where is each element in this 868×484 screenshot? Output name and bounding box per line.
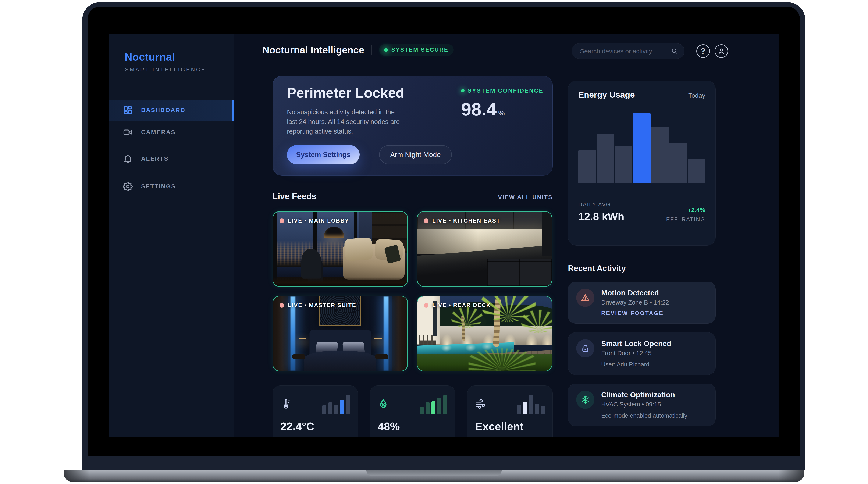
chart-bar [322,405,327,415]
help-button[interactable]: ? [696,44,710,58]
brand-tagline: SMART INTELLIGENCE [125,66,206,73]
sensor-row: 22.4°C AMBIENT TEMP 48% RELATIVE HUM [273,386,553,437]
sidebar-item-cameras[interactable]: CAMERAS [109,122,234,143]
sidebar-item-label: SETTINGS [141,183,176,190]
search-bar[interactable] [572,43,684,59]
sidebar-item-settings[interactable]: SETTINGS [109,176,234,197]
review-footage-link[interactable]: REVIEW FOOTAGE [601,310,669,316]
efficiency-delta: +2.4% [666,207,705,214]
dashboard-grid-icon [123,105,133,115]
chart-bar [523,402,527,415]
chart-bar [420,407,424,415]
chart-bar [633,113,651,183]
profile-button[interactable] [715,44,728,58]
page: Nocturnal SMART INTELLIGENCE DASHBOARD [0,0,868,484]
recent-activity-title: Recent Activity [568,264,716,273]
energy-period-selector[interactable]: Today [688,92,705,99]
live-feeds-title: Live Feeds [273,191,316,201]
chart-bar [596,134,614,183]
sensor-label: AMBIENT TEMP [280,436,350,437]
air-quality-mini-chart [517,395,545,415]
dashboard-app: Nocturnal SMART INTELLIGENCE DASHBOARD [109,34,779,437]
confidence-dot-icon [461,89,465,92]
energy-usage-card: Energy Usage Today DAILY AVG 12.8 kWh +2… [568,81,716,246]
confidence-label: SYSTEM CONFIDENCE [467,87,544,94]
sensor-label: RELATIVE HUMIDITY [378,436,447,437]
warning-triangle-icon [581,293,590,302]
camera-label: LIVE • MASTER SUITE [288,302,356,308]
header-icon-group: ? [696,44,728,58]
view-all-units-link[interactable]: VIEW ALL UNITS [498,194,553,201]
confidence-unit: % [498,109,504,117]
sidebar-item-label: ALERTS [141,155,169,162]
sidebar-item-label: CAMERAS [141,129,176,135]
divider [578,194,705,194]
sensor-value: Excellent [475,420,545,433]
sidebar-item-alerts[interactable]: ALERTS [109,148,234,169]
sidebar-item-dashboard[interactable]: DASHBOARD [109,99,234,121]
arm-night-mode-button[interactable]: Arm Night Mode [379,145,452,164]
chart-bar [535,404,539,415]
system-settings-button[interactable]: System Settings [287,145,360,164]
chart-bar [426,402,430,415]
laptop-lid-notch [366,470,502,476]
wind-icon [475,398,486,410]
bell-icon [123,154,133,163]
sensor-value: 22.4°C [280,420,350,433]
camera-grid: LIVE • MAIN LOBBY LIVE • KITCHEN EAST [273,211,553,371]
energy-usage-chart [578,113,705,183]
temperature-mini-chart [322,395,350,415]
chart-bar [615,146,632,183]
chart-bar [670,143,687,183]
laptop-lid: Nocturnal SMART INTELLIGENCE DASHBOARD [82,2,805,470]
chart-bar [340,400,344,415]
gear-icon [123,182,133,191]
header-controls: ? [572,43,728,59]
activity-item-smart-lock[interactable]: Smart Lock Opened Front Door • 12:45 Use… [568,332,716,375]
header: Nocturnal Intelligence SYSTEM SECURE [262,44,454,56]
video-camera-icon [123,127,133,137]
question-mark-icon: ? [701,47,706,56]
page-title: Nocturnal Intelligence [262,44,364,56]
chart-bar [431,401,435,415]
active-indicator [232,99,234,121]
activity-title: Motion Detected [601,289,669,297]
camera-card-master-suite[interactable]: LIVE • MASTER SUITE [273,296,408,371]
activity-title: Smart Lock Opened [601,339,671,348]
brand-logo: Nocturnal [125,51,175,63]
chart-bar [529,395,533,415]
chart-bar [688,159,705,183]
camera-card-main-lobby[interactable]: LIVE • MAIN LOBBY [273,211,408,287]
thermometer-icon [280,398,291,410]
chart-bar [517,405,521,415]
chart-bar [328,402,332,415]
unlock-icon [581,344,590,353]
activity-note: Eco-mode enabled automatically [601,412,687,419]
activity-list: Motion Detected Driveway Zone B • 14:22 … [568,282,716,426]
search-input[interactable] [580,43,665,59]
laptop-base [64,470,804,482]
camera-label: LIVE • REAR DECK [432,302,491,308]
camera-card-rear-deck[interactable]: LIVE • REAR DECK [417,296,552,371]
sidebar: Nocturnal SMART INTELLIGENCE DASHBOARD [109,34,234,437]
hero-title: Perimeter Locked [287,85,404,101]
chart-bar [541,406,545,415]
hero-description: No suspicious activity detected in the l… [287,107,406,136]
activity-meta: Front Door • 12:45 [601,350,671,357]
activity-item-motion-detected[interactable]: Motion Detected Driveway Zone B • 14:22 … [568,282,716,324]
confidence-value: 98.4% [461,99,544,120]
activity-note: User: Adu Richard [601,361,671,368]
air-quality-card: Excellent AIR QUALITY INDEX [467,386,553,437]
right-column: Energy Usage Today DAILY AVG 12.8 kWh +2… [568,81,716,437]
camera-card-kitchen-east[interactable]: LIVE • KITCHEN EAST [417,211,552,287]
daily-avg-label: DAILY AVG [578,201,624,208]
activity-item-climate[interactable]: Climate Optimization HVAC System • 09:15… [568,384,716,426]
status-badge-label: SYSTEM SECURE [392,47,448,53]
live-dot-icon [424,218,429,223]
header-divider [371,45,372,55]
live-dot-icon [280,218,284,223]
chart-bar [443,395,447,415]
chart-bar [437,397,441,415]
laptop-screen: Nocturnal SMART INTELLIGENCE DASHBOARD [88,7,800,456]
snowflake-icon [581,395,590,404]
